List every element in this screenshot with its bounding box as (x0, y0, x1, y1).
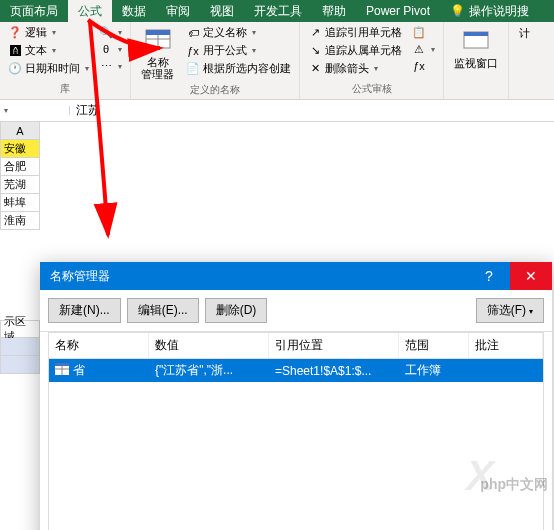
tab-powerpivot[interactable]: Power Pivot (356, 0, 440, 22)
tab-page-layout[interactable]: 页面布局 (0, 0, 68, 22)
chevron-down-icon: ▾ (252, 28, 256, 37)
trace-dependents-button[interactable]: ↘追踪从属单元格 (304, 42, 406, 59)
math-button[interactable]: θ▾ (95, 41, 126, 57)
delete-button[interactable]: 删除(D) (205, 298, 268, 323)
formula-icon: ƒx (186, 44, 200, 58)
tab-developer[interactable]: 开发工具 (244, 0, 312, 22)
region-label-cell[interactable]: 示区域 (0, 320, 40, 338)
col-header-a[interactable]: A (0, 122, 40, 140)
lookup-icon: 🔍 (99, 25, 113, 39)
use-in-formula-button[interactable]: ƒx用于公式▾ (182, 42, 295, 59)
logic-button[interactable]: ❓逻辑▾ (4, 24, 93, 41)
create-from-selection-button[interactable]: 📄根据所选内容创建 (182, 60, 295, 77)
chevron-down-icon: ▾ (252, 46, 256, 55)
define-name-button[interactable]: 🏷定义名称▾ (182, 24, 295, 41)
chevron-down-icon: ▾ (431, 45, 435, 54)
empty-cell-1[interactable] (0, 338, 40, 356)
error-check-icon: ⚠ (412, 42, 426, 56)
new-button[interactable]: 新建(N)... (48, 298, 121, 323)
dialog-title-text: 名称管理器 (50, 268, 110, 285)
define-name-icon: 🏷 (186, 26, 200, 40)
filter-button[interactable]: 筛选(F)▾ (476, 298, 544, 323)
trace-precedents-label: 追踪引用单元格 (325, 25, 402, 40)
trace-precedents-button[interactable]: ↗追踪引用单元格 (304, 24, 406, 41)
name-manager-label: 名称 管理器 (141, 56, 174, 80)
names-list: 名称 数值 引用位置 范围 批注 省 {"江苏省","浙... =Sheet1!… (48, 332, 544, 530)
formula-bar-content[interactable]: 江苏 (70, 102, 106, 119)
tell-me[interactable]: 💡 操作说明搜 (444, 3, 535, 20)
cell-a6[interactable]: 淮南 (0, 212, 40, 230)
calc-options-button[interactable]: 计 (513, 24, 536, 43)
trace-precedents-icon: ↗ (308, 26, 322, 40)
col-header-note[interactable]: 批注 (469, 333, 543, 358)
trace-dependents-icon: ↘ (308, 44, 322, 58)
error-checking-button[interactable]: ⚠▾ (408, 41, 439, 57)
more-icon: ⋯ (99, 59, 113, 73)
chevron-down-icon: ▾ (118, 28, 122, 37)
text-label: 文本 (25, 43, 47, 58)
cell-a2[interactable]: 安徽 (0, 140, 40, 158)
logic-label: 逻辑 (25, 25, 47, 40)
svg-rect-1 (146, 30, 170, 35)
datetime-button[interactable]: 🕐日期和时间▾ (4, 60, 93, 77)
row-scope: 工作簿 (399, 359, 469, 382)
close-button[interactable]: ✕ (510, 262, 552, 290)
cell-a3[interactable]: 合肥 (0, 158, 40, 176)
clock-icon: 🕐 (8, 62, 22, 76)
lookup-button[interactable]: 🔍▾ (95, 24, 126, 40)
calc-label: 计 (519, 26, 530, 41)
remove-arrows-button[interactable]: ✕删除箭头▾ (304, 60, 406, 77)
svg-rect-5 (464, 32, 488, 36)
row-note (469, 368, 543, 374)
cell-a4[interactable]: 芜湖 (0, 176, 40, 194)
math-icon: θ (99, 42, 113, 56)
watch-window-label: 监视窗口 (454, 56, 498, 71)
text-icon: 🅰 (8, 44, 22, 58)
name-manager-button[interactable]: 名称 管理器 (135, 24, 180, 82)
edit-button[interactable]: 编辑(E)... (127, 298, 199, 323)
name-box[interactable]: ▾ (0, 106, 70, 115)
chevron-down-icon: ▾ (52, 28, 56, 37)
remove-arrows-icon: ✕ (308, 62, 322, 76)
remove-arrows-label: 删除箭头 (325, 61, 369, 76)
chevron-down-icon: ▾ (118, 45, 122, 54)
svg-rect-7 (55, 363, 69, 366)
tab-help[interactable]: 帮助 (312, 0, 356, 22)
filter-label: 筛选(F) (487, 303, 526, 317)
cell-a5[interactable]: 蚌埠 (0, 194, 40, 212)
create-from-selection-label: 根据所选内容创建 (203, 61, 291, 76)
col-header-name[interactable]: 名称 (49, 333, 149, 358)
more-func-button[interactable]: ⋯▾ (95, 58, 126, 74)
chevron-down-icon: ▾ (52, 46, 56, 55)
list-row-selected[interactable]: 省 {"江苏省","浙... =Sheet1!$A$1:$... 工作簿 (49, 359, 543, 382)
bulb-icon: 💡 (450, 4, 465, 18)
name-item-icon (55, 363, 69, 378)
show-formulas-button[interactable]: 📋 (408, 24, 439, 40)
list-header: 名称 数值 引用位置 范围 批注 (49, 333, 543, 359)
watch-window-icon (462, 26, 490, 54)
col-header-ref[interactable]: 引用位置 (269, 333, 399, 358)
create-selection-icon: 📄 (186, 62, 200, 76)
help-button[interactable]: ? (468, 262, 510, 290)
col-header-scope[interactable]: 范围 (399, 333, 469, 358)
tell-me-label: 操作说明搜 (469, 3, 529, 20)
text-button[interactable]: 🅰文本▾ (4, 42, 93, 59)
define-name-label: 定义名称 (203, 25, 247, 40)
trace-dependents-label: 追踪从属单元格 (325, 43, 402, 58)
tab-review[interactable]: 审阅 (156, 0, 200, 22)
tab-formulas[interactable]: 公式 (68, 0, 112, 22)
row-ref: =Sheet1!$A$1:$... (269, 361, 399, 381)
tab-data[interactable]: 数据 (112, 0, 156, 22)
col-header-value[interactable]: 数值 (149, 333, 269, 358)
row-name: 省 (73, 362, 85, 379)
empty-cell-2[interactable] (0, 356, 40, 374)
watermark-text: php中文网 (480, 476, 548, 494)
evaluate-formula-button[interactable]: ƒx (408, 58, 439, 74)
show-formulas-icon: 📋 (412, 25, 426, 39)
watch-window-button[interactable]: 监视窗口 (448, 24, 504, 73)
tab-view[interactable]: 视图 (200, 0, 244, 22)
row-value: {"江苏省","浙... (149, 359, 269, 382)
name-manager-icon (144, 26, 172, 54)
dialog-titlebar[interactable]: 名称管理器 ? ✕ (40, 262, 552, 290)
name-box-dropdown-icon: ▾ (4, 106, 8, 115)
